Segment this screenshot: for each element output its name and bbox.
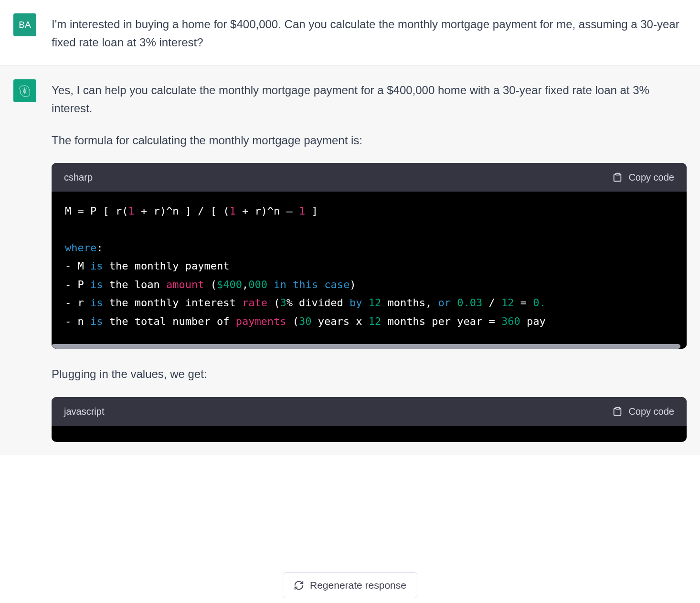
- clipboard-icon: [612, 406, 623, 417]
- user-message-content: I'm interested in buying a home for $400…: [52, 13, 687, 52]
- copy-code-button[interactable]: Copy code: [612, 170, 674, 185]
- assistant-mid-paragraph: Plugging in the values, we get:: [52, 365, 687, 383]
- code-body[interactable]: [52, 426, 687, 442]
- copy-code-label: Copy code: [628, 404, 674, 419]
- user-avatar: BA: [13, 13, 36, 36]
- scrollbar-thumb[interactable]: [52, 344, 680, 349]
- assistant-avatar: [13, 79, 36, 102]
- code-block-formula: csharp Copy code M = P [ r(1 + r)^n ] / …: [52, 163, 687, 349]
- user-message-text: I'm interested in buying a home for $400…: [52, 15, 687, 52]
- code-line: - M is the monthly payment: [65, 257, 673, 276]
- code-line: [65, 220, 673, 239]
- code-block-calculation: javascript Copy code: [52, 397, 687, 442]
- user-message-row: BA I'm interested in buying a home for $…: [0, 0, 700, 66]
- code-header: csharp Copy code: [52, 163, 687, 192]
- code-language-label: csharp: [64, 170, 93, 185]
- code-line: - r is the monthly interest rate (3% div…: [65, 294, 673, 312]
- openai-icon: [18, 84, 32, 97]
- clipboard-icon: [612, 172, 623, 183]
- assistant-intro-1: Yes, I can help you calculate the monthl…: [52, 81, 687, 118]
- code-line: - n is the total number of payments (30 …: [65, 312, 673, 331]
- code-line: - P is the loan amount ($400,000 in this…: [65, 276, 673, 294]
- copy-code-button[interactable]: Copy code: [612, 404, 674, 419]
- code-body[interactable]: M = P [ r(1 + r)^n ] / [ (1 + r)^n – 1 ]…: [52, 192, 687, 345]
- copy-code-label: Copy code: [628, 170, 674, 185]
- assistant-message-content: Yes, I can help you calculate the monthl…: [52, 79, 687, 442]
- code-header: javascript Copy code: [52, 397, 687, 426]
- assistant-message-row: Yes, I can help you calculate the monthl…: [0, 66, 700, 455]
- code-language-label: javascript: [64, 404, 104, 419]
- code-line: M = P [ r(1 + r)^n ] / [ (1 + r)^n – 1 ]: [65, 202, 673, 221]
- assistant-intro-2: The formula for calculating the monthly …: [52, 131, 687, 150]
- horizontal-scrollbar[interactable]: [52, 344, 687, 349]
- code-line: where:: [65, 239, 673, 258]
